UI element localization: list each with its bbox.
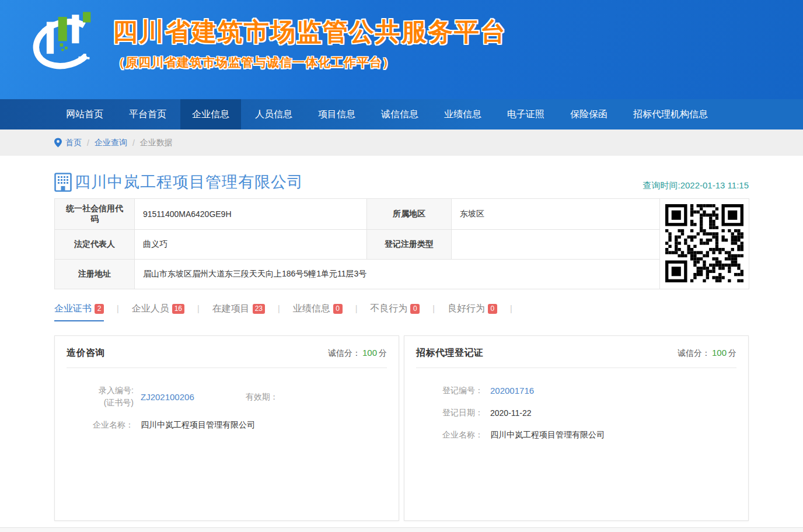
tab-enterprise-certificates[interactable]: 企业证书 2 [54,303,104,321]
breadcrumb-separator: / [87,138,89,148]
table-row: 统一社会信用代码 91511400MA6420GE9H 所属地区 东坡区 [55,199,749,230]
score-unit: 分 [728,348,736,358]
tab-projects-under-construction[interactable]: 在建项目 23 [212,303,265,320]
site-title: 四川省建筑市场监管公共服务平台 [113,15,507,49]
value-legal-representative: 曲义巧 [135,230,367,260]
tab-separator: | [355,303,358,313]
tab-label: 不良行为 [370,303,407,315]
tab-separator: | [197,303,200,313]
breadcrumb-current: 企业数据 [140,138,173,148]
field-label-validity: 有效期： [246,391,278,403]
company-title-row: 四川中岚工程项目管理有限公司 查询时间:2022-01-13 11:15 [54,172,749,192]
tab-count-badge: 2 [95,304,104,314]
query-time: 查询时间:2022-01-13 11:15 [643,180,749,192]
tab-label: 在建项目 [212,303,250,315]
field-label-company-name: 企业名称： [416,429,483,441]
nav-item-performance-info[interactable]: 业绩信息 [432,99,493,130]
card-cost-consulting: 造价咨询 诚信分：100分 录入编号:(证书号) ZJ202100206 有效期… [54,335,399,521]
field-label-registration-date: 登记日期： [416,407,483,419]
value-credit-code: 91511400MA6420GE9H [135,199,367,230]
site-header: 四川省建筑市场监管公共服务平台 （原四川省建筑市场监管与诚信一体化工作平台） [0,0,803,99]
nav-item-bidding-agency-info[interactable]: 招标代理机构信息 [622,99,720,130]
score-value: 100 [362,348,377,358]
registration-no-link[interactable]: 202001716 [490,386,534,396]
cert-no-link[interactable]: ZJ202100206 [141,392,194,402]
platform-logo-icon [26,8,103,74]
qr-code [660,199,749,289]
main-nav: 网站首页 平台首页 企业信息 人员信息 项目信息 诚信信息 业绩信息 电子证照 … [0,99,803,130]
field-label-registration-no: 登记编号： [416,384,483,397]
building-icon [54,173,72,192]
label-legal-representative: 法定代表人 [55,230,135,260]
nav-item-insurance-guarantee[interactable]: 保险保函 [558,99,619,130]
tab-enterprise-personnel[interactable]: 企业人员 16 [132,303,184,320]
score-label: 诚信分： [328,348,361,358]
nav-item-platform-home[interactable]: 平台首页 [117,99,178,130]
tab-separator: | [278,303,280,313]
company-name-value: 四川中岚工程项目管理有限公司 [490,430,605,440]
field-row-cert-no: 录入编号:(证书号) ZJ202100206 有效期： [67,384,387,409]
site-subtitle: （原四川省建筑市场监管与诚信一体化工作平台） [113,54,507,71]
table-row: 注册地址 眉山市东坡区眉州大道东三段天天向上186号5幢1单元11层3号 [55,260,749,289]
tab-performance-info[interactable]: 业绩信息 0 [293,303,343,320]
company-name: 四川中岚工程项目管理有限公司 [75,172,303,192]
field-row-registration-date: 登记日期： 2020-11-22 [416,407,736,419]
field-label-company-name: 企业名称： [67,419,134,431]
tab-count-badge: 0 [488,304,497,314]
credit-score: 诚信分：100分 [328,348,387,359]
nav-item-credit-info[interactable]: 诚信信息 [369,99,430,130]
label-credit-code: 统一社会信用代码 [55,199,135,230]
tab-label: 企业证书 [54,303,92,315]
breadcrumb-separator: / [132,138,135,148]
field-row-company-name: 企业名称： 四川中岚工程项目管理有限公司 [416,429,736,441]
company-name-value: 四川中岚工程项目管理有限公司 [141,420,255,430]
score-value: 100 [712,348,727,358]
value-registration-type [452,230,660,260]
card-title: 招标代理登记证 [416,347,484,359]
tab-label: 企业人员 [132,303,169,315]
nav-item-project-info[interactable]: 项目信息 [306,99,367,130]
tab-count-badge: 0 [333,304,343,314]
label-registered-address: 注册地址 [55,260,135,289]
breadcrumb: 首页 / 企业查询 / 企业数据 [54,130,749,156]
breadcrumb-home[interactable]: 首页 [65,138,82,148]
footer-strip [0,527,803,532]
page: 四川省建筑市场监管公共服务平台 （原四川省建筑市场监管与诚信一体化工作平台） 网… [0,0,803,532]
value-registered-address: 眉山市东坡区眉州大道东三段天天向上186号5幢1单元11层3号 [135,260,660,289]
company-info-table: 统一社会信用代码 91511400MA6420GE9H 所属地区 东坡区 法定代… [54,198,749,289]
card-bidding-agency: 招标代理登记证 诚信分：100分 登记编号： 202001716 登记日期： 2… [404,335,749,521]
tab-separator: | [510,303,512,313]
nav-item-site-home[interactable]: 网站首页 [54,99,115,130]
nav-item-personnel-info[interactable]: 人员信息 [243,99,304,130]
tab-separator: | [432,303,435,313]
tab-count-badge: 23 [253,304,265,314]
tab-separator: | [117,303,119,313]
tab-count-badge: 0 [410,304,420,314]
nav-item-enterprise-info[interactable]: 企业信息 [180,99,241,130]
registration-date-value: 2020-11-22 [490,408,532,418]
field-row-registration-no: 登记编号： 202001716 [416,384,736,397]
location-pin-icon [54,138,62,148]
field-row-company-name: 企业名称： 四川中岚工程项目管理有限公司 [67,419,387,431]
breadcrumb-enterprise-query[interactable]: 企业查询 [95,138,127,148]
tab-good-behavior[interactable]: 良好行为 0 [448,303,497,320]
value-region: 东坡区 [452,199,660,230]
credit-score: 诚信分：100分 [678,348,736,359]
table-row: 法定代表人 曲义巧 登记注册类型 [55,230,749,260]
header-title-block: 四川省建筑市场监管公共服务平台 （原四川省建筑市场监管与诚信一体化工作平台） [113,8,507,71]
label-registration-type: 登记注册类型 [367,230,452,260]
tab-count-badge: 16 [172,304,184,314]
breadcrumb-bar: 首页 / 企业查询 / 企业数据 [0,130,803,156]
tab-label: 业绩信息 [293,303,330,315]
label-region: 所属地区 [367,199,452,230]
score-label: 诚信分： [678,348,710,358]
tab-bad-behavior[interactable]: 不良行为 0 [370,303,420,320]
tabs-row: 企业证书 2 | 企业人员 16 | 在建项目 23 | 业绩信息 0 | 不良… [54,303,749,321]
field-label-entry-no: 录入编号:(证书号) [67,384,134,409]
tab-label: 良好行为 [448,303,485,315]
card-title: 造价咨询 [67,347,105,359]
score-unit: 分 [379,348,387,358]
nav-item-e-certificate[interactable]: 电子证照 [495,99,556,130]
certificate-cards: 造价咨询 诚信分：100分 录入编号:(证书号) ZJ202100206 有效期… [54,335,749,521]
